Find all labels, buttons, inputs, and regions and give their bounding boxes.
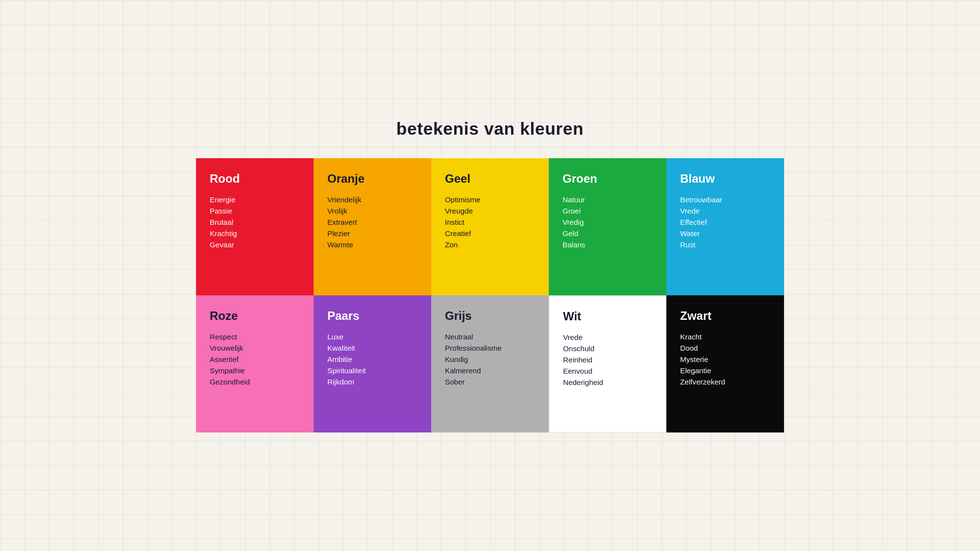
list-item: Vreugde — [445, 207, 535, 215]
cell-items-paars: LuxeKwaliteitAmbitieSpiritualiteitRijkdo… — [327, 333, 417, 386]
list-item: Brutaal — [210, 218, 300, 226]
list-item: Extravert — [327, 218, 417, 226]
list-item: Reinheid — [563, 356, 652, 364]
cell-title-wit: Wit — [563, 310, 652, 323]
list-item: Vrede — [680, 207, 770, 215]
color-cell-roze: RozeRespectVrouwelijkAssertiefSympathieG… — [196, 295, 314, 432]
list-item: Neutraal — [445, 333, 535, 341]
list-item: Effectief — [680, 218, 770, 226]
list-item: Krachtig — [210, 229, 300, 238]
list-item: Kwaliteit — [327, 344, 417, 352]
list-item: Balans — [563, 240, 653, 249]
list-item: Geld — [563, 229, 653, 238]
cell-title-blauw: Blauw — [680, 172, 770, 186]
list-item: Creatief — [445, 229, 535, 238]
color-cell-geel: GeelOptimismeVreugdeInstictCreatiefZon — [431, 158, 549, 295]
cell-items-blauw: BetrouwbaarVredeEffectiefWaterRust — [680, 195, 770, 249]
list-item: Elegantie — [680, 366, 770, 375]
list-item: Onschuld — [563, 344, 652, 353]
color-cell-wit: WitVredeOnschuldReinheidEenvoudNederighe… — [549, 295, 666, 432]
cell-title-geel: Geel — [445, 172, 535, 186]
page-title: betekenis van kleuren — [196, 119, 784, 139]
list-item: Warmte — [327, 240, 417, 249]
cell-items-grijs: NeutraalProfessionalismeKundigKalmerendS… — [445, 333, 535, 386]
color-cell-oranje: OranjeVriendelijkVrolijkExtravertPlezier… — [314, 158, 431, 295]
list-item: Vredig — [563, 218, 653, 226]
list-item: Luxe — [327, 333, 417, 341]
list-item: Rijkdom — [327, 378, 417, 386]
cell-title-oranje: Oranje — [327, 172, 417, 186]
list-item: Zelfverzekerd — [680, 378, 770, 386]
color-cell-rood: RoodEnergiePassieBrutaalKrachtigGevaar — [196, 158, 314, 295]
cell-title-grijs: Grijs — [445, 309, 535, 323]
list-item: Kalmerend — [445, 366, 535, 375]
cell-title-roze: Roze — [210, 309, 300, 323]
page-wrapper: betekenis van kleuren RoodEnergiePassieB… — [196, 119, 784, 432]
list-item: Groei — [563, 207, 653, 215]
list-item: Assertief — [210, 355, 300, 363]
cell-items-rood: EnergiePassieBrutaalKrachtigGevaar — [210, 195, 300, 249]
list-item: Vrede — [563, 333, 652, 341]
list-item: Plezier — [327, 229, 417, 238]
list-item: Spiritualiteit — [327, 366, 417, 375]
list-item: Zon — [445, 240, 535, 249]
list-item: Vriendelijk — [327, 195, 417, 204]
color-grid: RoodEnergiePassieBrutaalKrachtigGevaarOr… — [196, 158, 784, 432]
list-item: Sympathie — [210, 366, 300, 375]
color-cell-paars: PaarsLuxeKwaliteitAmbitieSpiritualiteitR… — [314, 295, 431, 432]
list-item: Optimisme — [445, 195, 535, 204]
list-item: Instict — [445, 218, 535, 226]
cell-title-paars: Paars — [327, 309, 417, 323]
list-item: Water — [680, 229, 770, 238]
list-item: Mysterie — [680, 355, 770, 363]
list-item: Dood — [680, 344, 770, 352]
list-item: Sober — [445, 378, 535, 386]
list-item: Passie — [210, 207, 300, 215]
cell-items-oranje: VriendelijkVrolijkExtravertPlezierWarmte — [327, 195, 417, 249]
list-item: Energie — [210, 195, 300, 204]
list-item: Professionalisme — [445, 344, 535, 352]
list-item: Vrolijk — [327, 207, 417, 215]
list-item: Nederigheid — [563, 378, 652, 386]
list-item: Eenvoud — [563, 367, 652, 375]
list-item: Respect — [210, 333, 300, 341]
list-item: Vrouwelijk — [210, 344, 300, 352]
cell-title-groen: Groen — [563, 172, 653, 186]
list-item: Kracht — [680, 333, 770, 341]
cell-items-roze: RespectVrouwelijkAssertiefSympathieGezon… — [210, 333, 300, 386]
cell-title-zwart: Zwart — [680, 309, 770, 323]
list-item: Kundig — [445, 355, 535, 363]
list-item: Gezondheid — [210, 378, 300, 386]
list-item: Rust — [680, 240, 770, 249]
cell-items-groen: NatuurGroeiVredigGeldBalans — [563, 195, 653, 249]
list-item: Ambitie — [327, 355, 417, 363]
list-item: Natuur — [563, 195, 653, 204]
cell-items-zwart: KrachtDoodMysterieElegantieZelfverzekerd — [680, 333, 770, 386]
list-item: Betrouwbaar — [680, 195, 770, 204]
color-cell-blauw: BlauwBetrouwbaarVredeEffectiefWaterRust — [666, 158, 784, 295]
color-cell-zwart: ZwartKrachtDoodMysterieElegantieZelfverz… — [666, 295, 784, 432]
color-cell-grijs: GrijsNeutraalProfessionalismeKundigKalme… — [431, 295, 549, 432]
cell-items-geel: OptimismeVreugdeInstictCreatiefZon — [445, 195, 535, 249]
cell-title-rood: Rood — [210, 172, 300, 186]
color-cell-groen: GroenNatuurGroeiVredigGeldBalans — [549, 158, 666, 295]
list-item: Gevaar — [210, 240, 300, 249]
cell-items-wit: VredeOnschuldReinheidEenvoudNederigheid — [563, 333, 652, 386]
